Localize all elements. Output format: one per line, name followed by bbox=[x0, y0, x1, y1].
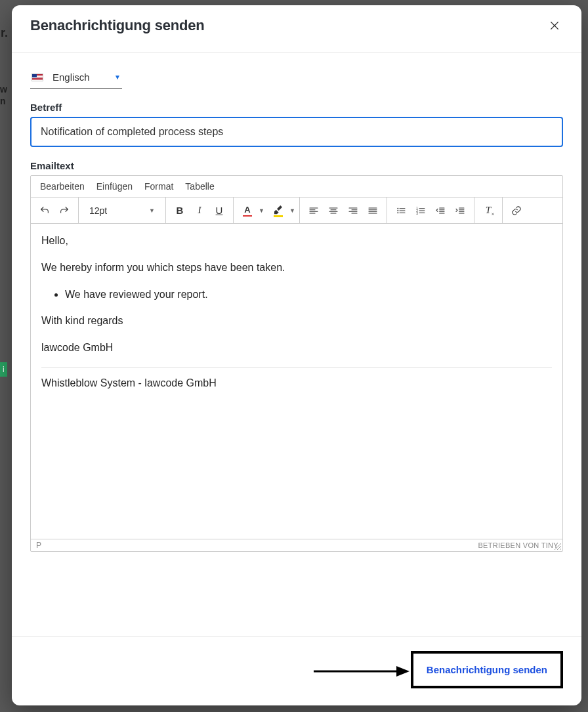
email-bullet: We have reviewed your report. bbox=[65, 287, 552, 303]
italic-button[interactable]: I bbox=[190, 201, 209, 220]
menu-insert[interactable]: Einfügen bbox=[96, 181, 133, 192]
richtext-editor: Bearbeiten Einfügen Format Tabelle bbox=[30, 175, 563, 552]
outdent-icon bbox=[435, 205, 446, 216]
svg-point-2 bbox=[397, 212, 398, 213]
numbered-list-icon: 123 bbox=[415, 205, 426, 216]
resize-grip-icon bbox=[555, 543, 561, 550]
modal-footer: Benachrichtigung senden bbox=[12, 636, 581, 705]
font-size-value: 12pt bbox=[89, 205, 107, 216]
modal-body: Englisch ▼ Betreff Emailtext Bearbeiten … bbox=[12, 53, 581, 636]
link-button[interactable] bbox=[507, 201, 526, 220]
indent-button[interactable] bbox=[450, 201, 470, 220]
uk-flag-icon bbox=[32, 73, 43, 81]
email-footer: Whistleblow System - lawcode GmbH bbox=[41, 375, 552, 392]
align-left-button[interactable] bbox=[304, 201, 324, 220]
align-right-icon bbox=[348, 205, 358, 216]
menu-table[interactable]: Tabelle bbox=[185, 181, 214, 192]
align-justify-icon bbox=[368, 205, 378, 216]
text-color-button[interactable]: A bbox=[238, 201, 257, 220]
email-company: lawcode GmbH bbox=[41, 340, 552, 356]
outdent-button[interactable] bbox=[430, 201, 450, 220]
svg-marker-7 bbox=[396, 666, 410, 677]
close-button[interactable] bbox=[546, 17, 563, 34]
annotation-arrow bbox=[312, 663, 411, 679]
menu-format[interactable]: Format bbox=[144, 181, 173, 192]
send-notification-modal: Benachrichtigung senden Englisch ▼ Betre… bbox=[12, 5, 581, 705]
align-center-icon bbox=[328, 205, 339, 216]
editor-menubar: Bearbeiten Einfügen Format Tabelle bbox=[31, 176, 562, 198]
editor-powered-by: BETRIEBEN VON TINY bbox=[478, 541, 558, 549]
highlight-dropdown[interactable]: ▼ bbox=[288, 207, 295, 214]
align-center-button[interactable] bbox=[324, 201, 343, 220]
indent-icon bbox=[455, 205, 465, 216]
svg-text:3: 3 bbox=[416, 212, 418, 215]
emailtext-label: Emailtext bbox=[30, 160, 563, 171]
subject-field-group: Betreff bbox=[30, 102, 563, 147]
email-regards: With kind regards bbox=[41, 313, 552, 329]
bold-button[interactable]: B bbox=[170, 201, 190, 220]
close-icon bbox=[549, 20, 560, 31]
subject-input[interactable] bbox=[30, 117, 563, 147]
send-notification-button[interactable]: Benachrichtigung senden bbox=[417, 658, 556, 682]
redo-button[interactable] bbox=[54, 201, 74, 220]
menu-edit[interactable]: Bearbeiten bbox=[40, 181, 85, 192]
svg-point-0 bbox=[397, 207, 398, 209]
svg-point-1 bbox=[397, 210, 398, 211]
arrow-right-icon bbox=[312, 663, 411, 679]
subject-label: Betreff bbox=[30, 102, 563, 113]
chevron-down-icon: ▼ bbox=[114, 73, 121, 81]
align-right-button[interactable] bbox=[343, 201, 363, 220]
send-button-highlight-frame: Benachrichtigung senden bbox=[411, 651, 563, 688]
highlight-color-swatch-icon bbox=[274, 215, 283, 217]
editor-statusbar: P BETRIEBEN VON TINY bbox=[31, 539, 562, 551]
modal-header: Benachrichtigung senden bbox=[12, 5, 581, 53]
highlight-icon bbox=[273, 204, 284, 215]
bullet-list-icon bbox=[396, 205, 406, 216]
highlight-button[interactable] bbox=[268, 201, 288, 220]
language-select[interactable]: Englisch ▼ bbox=[30, 69, 122, 89]
clear-formatting-button[interactable]: T× bbox=[478, 201, 498, 220]
emailtext-field-group: Emailtext Bearbeiten Einfügen Format Tab… bbox=[30, 160, 563, 552]
editor-content[interactable]: Hello, We hereby inform you which steps … bbox=[31, 224, 562, 539]
text-color-dropdown[interactable]: ▼ bbox=[257, 207, 264, 214]
redo-icon bbox=[59, 205, 70, 216]
align-justify-button[interactable] bbox=[363, 201, 383, 220]
editor-path: P bbox=[36, 541, 41, 550]
resize-handle[interactable] bbox=[555, 543, 561, 550]
email-greeting: Hello, bbox=[41, 233, 552, 249]
font-size-select[interactable]: 12pt ▼ bbox=[83, 201, 161, 220]
editor-toolbar: 12pt ▼ B I U A ▼ bbox=[31, 198, 562, 224]
underline-button[interactable]: U bbox=[209, 201, 229, 220]
link-icon bbox=[511, 205, 522, 216]
modal-title: Benachrichtigung senden bbox=[30, 17, 205, 34]
chevron-down-icon: ▼ bbox=[149, 207, 155, 214]
bullet-list-button[interactable] bbox=[391, 201, 411, 220]
undo-button[interactable] bbox=[35, 201, 54, 220]
undo-icon bbox=[39, 205, 50, 216]
language-label: Englisch bbox=[52, 72, 90, 83]
align-left-icon bbox=[308, 205, 319, 216]
text-color-swatch-icon bbox=[243, 215, 252, 217]
numbered-list-button[interactable]: 123 bbox=[411, 201, 430, 220]
email-intro: We hereby inform you which steps have be… bbox=[41, 260, 552, 276]
